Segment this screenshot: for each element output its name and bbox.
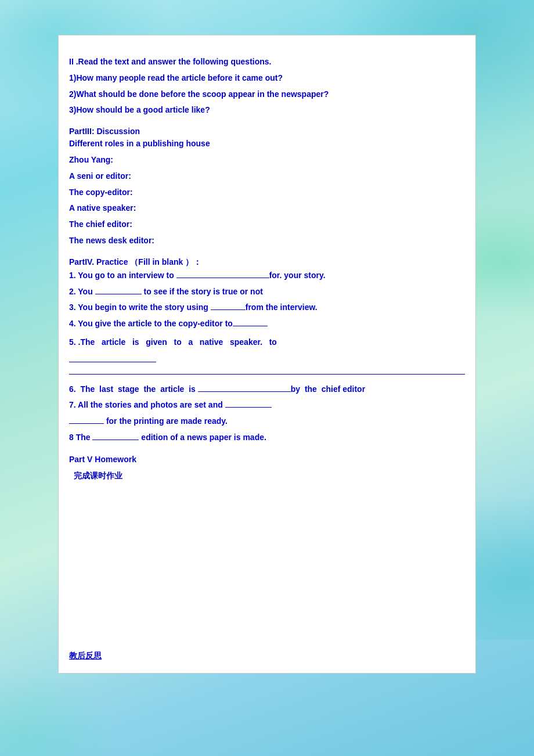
part2-q1: 1)How many people read the article befor…: [69, 71, 465, 85]
part4-section: PartIV. Practice （Fill in blank ）： 1. Yo…: [69, 257, 465, 367]
part3-role-3: A native speaker:: [69, 201, 465, 215]
part4-sentence8: 8 The edition of a news paper is made.: [69, 431, 465, 445]
part4-sentence6: 6. The last stage the article is by the …: [69, 383, 465, 397]
part3-role-1: A seni or editor:: [69, 170, 465, 183]
footer-label: 教后反思: [69, 651, 102, 661]
part2-title: II .Read the text and answer the followi…: [69, 55, 465, 69]
part3-subtitle: Different roles in a publishing house: [69, 137, 465, 151]
blank-2: [95, 286, 142, 294]
part5-title: Part V Homework: [69, 453, 465, 467]
part4-sentence5: 5. .The article is given to a native spe…: [69, 336, 465, 350]
blank-4: [233, 318, 268, 326]
blank-6: [198, 384, 291, 392]
part4-sentence2: 2. You to see if the story is true or no…: [69, 285, 465, 299]
part4-sentence5-blank: [69, 352, 465, 367]
part2-section: II .Read the text and answer the followi…: [69, 55, 465, 117]
part5-subtitle: 完成课时作业: [69, 469, 465, 483]
blank-8: [92, 432, 139, 440]
part4-sentence7b: for the printing are made ready.: [69, 415, 465, 429]
blank-1: [176, 270, 269, 278]
part3-role-4: The chief editor:: [69, 218, 465, 232]
blank-3: [211, 302, 246, 310]
part2-q3: 3)How should be a good article like?: [69, 103, 465, 117]
bg-decoration-bottom-left: [0, 669, 116, 756]
part3-title: PartIII: Discussion: [69, 127, 465, 136]
blank-5: [69, 354, 156, 362]
blank-7b: [69, 416, 104, 424]
part3-role-5: The news desk editor:: [69, 234, 465, 248]
part4-sentence1: 1. You go to an interview to for. your s…: [69, 269, 465, 283]
part3-section: PartIII: Discussion Different roles in a…: [69, 127, 465, 248]
blank-7a: [225, 399, 272, 408]
part3-role-0: Zhou Yang:: [69, 153, 465, 167]
part3-role-2: The copy-editor:: [69, 186, 465, 200]
part4-lower-section: 6. The last stage the article is by the …: [69, 383, 465, 483]
part4-sentence3: 3. You begin to write the story using fr…: [69, 301, 465, 315]
part4-sentence7: 7. All the stories and photos are set an…: [69, 398, 465, 412]
main-content-box: II .Read the text and answer the followi…: [58, 35, 476, 674]
part4-sentence4: 4. You give the article to the copy-edit…: [69, 317, 465, 331]
part4-title: PartIV. Practice （Fill in blank ）：: [69, 257, 465, 268]
part2-q2: 2)What should be done before the scoop a…: [69, 88, 465, 102]
divider: [69, 374, 465, 375]
